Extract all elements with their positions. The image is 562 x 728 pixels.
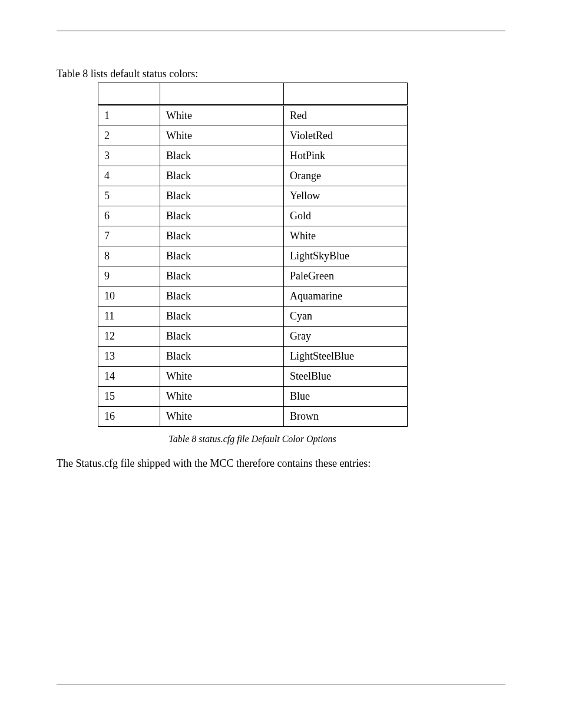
table-cell: Orange — [284, 166, 408, 186]
table-header-row — [98, 83, 408, 106]
table-cell: Gray — [284, 327, 408, 347]
table-cell: Black — [160, 206, 284, 226]
table-cell: Black — [160, 286, 284, 307]
table-cell: Gold — [284, 206, 408, 226]
table-row: 16WhiteBrown — [98, 407, 408, 427]
table-cell: VioletRed — [284, 126, 408, 146]
outro-text: The Status.cfg file shipped with the MCC… — [57, 457, 505, 470]
table-row: 1WhiteRed — [98, 106, 408, 126]
status-colors-table: 1WhiteRed2WhiteVioletRed3BlackHotPink4Bl… — [98, 83, 408, 427]
table-cell: 2 — [98, 126, 160, 146]
table-cell: 10 — [98, 286, 160, 307]
table-cell: White — [160, 387, 284, 407]
table-cell: 12 — [98, 327, 160, 347]
table-cell: Black — [160, 146, 284, 166]
table-cell: SteelBlue — [284, 367, 408, 387]
table-cell: Aquamarine — [284, 286, 408, 307]
table-cell: 16 — [98, 407, 160, 427]
table-header-cell — [98, 83, 160, 106]
table-cell: LightSkyBlue — [284, 246, 408, 266]
table-cell: 1 — [98, 106, 160, 126]
page: Table 8 lists default status colors: 1Wh… — [0, 0, 562, 728]
table-cell: Red — [284, 106, 408, 126]
table-cell: PaleGreen — [284, 266, 408, 286]
table-cell: 11 — [98, 307, 160, 327]
table-cell: Black — [160, 166, 284, 186]
table-row: 8BlackLightSkyBlue — [98, 246, 408, 266]
table-row: 3BlackHotPink — [98, 146, 408, 166]
intro-text: Table 8 lists default status colors: — [57, 68, 505, 80]
table-body: 1WhiteRed2WhiteVioletRed3BlackHotPink4Bl… — [98, 106, 408, 427]
table-cell: 8 — [98, 246, 160, 266]
table-cell: 9 — [98, 266, 160, 286]
table-row: 5BlackYellow — [98, 186, 408, 206]
table-cell: 3 — [98, 146, 160, 166]
table-cell: Black — [160, 246, 284, 266]
table-row: 9BlackPaleGreen — [98, 266, 408, 286]
table-row: 7BlackWhite — [98, 226, 408, 246]
table-cell: Black — [160, 307, 284, 327]
table-cell: White — [160, 126, 284, 146]
table-row: 11BlackCyan — [98, 307, 408, 327]
table-cell: Brown — [284, 407, 408, 427]
table-cell: Black — [160, 347, 284, 367]
table-cell: 5 — [98, 186, 160, 206]
table-row: 13BlackLightSteelBlue — [98, 347, 408, 367]
table-row: 15WhiteBlue — [98, 387, 408, 407]
table-wrap: 1WhiteRed2WhiteVioletRed3BlackHotPink4Bl… — [98, 83, 505, 427]
table-row: 2WhiteVioletRed — [98, 126, 408, 146]
table-cell: White — [160, 367, 284, 387]
table-cell: LightSteelBlue — [284, 347, 408, 367]
table-header-cell — [160, 83, 284, 106]
table-cell: White — [284, 226, 408, 246]
table-cell: White — [160, 407, 284, 427]
table-cell: Black — [160, 266, 284, 286]
table-cell: 7 — [98, 226, 160, 246]
table-cell: Black — [160, 226, 284, 246]
table-cell: Cyan — [284, 307, 408, 327]
table-row: 12BlackGray — [98, 327, 408, 347]
table-cell: HotPink — [284, 146, 408, 166]
table-cell: Black — [160, 327, 284, 347]
table-cell: 6 — [98, 206, 160, 226]
table-row: 6BlackGold — [98, 206, 408, 226]
table-caption: Table 8 status.cfg file Default Color Op… — [98, 434, 407, 444]
table-row: 14WhiteSteelBlue — [98, 367, 408, 387]
table-cell: Blue — [284, 387, 408, 407]
table-cell: 4 — [98, 166, 160, 186]
table-cell: White — [160, 106, 284, 126]
table-cell: Yellow — [284, 186, 408, 206]
table-cell: 14 — [98, 367, 160, 387]
bottom-rule — [57, 684, 505, 684]
table-cell: Black — [160, 186, 284, 206]
table-cell: 15 — [98, 387, 160, 407]
top-rule — [57, 31, 505, 31]
table-row: 4BlackOrange — [98, 166, 408, 186]
table-row: 10BlackAquamarine — [98, 286, 408, 307]
table-cell: 13 — [98, 347, 160, 367]
table-header-cell — [284, 83, 408, 106]
